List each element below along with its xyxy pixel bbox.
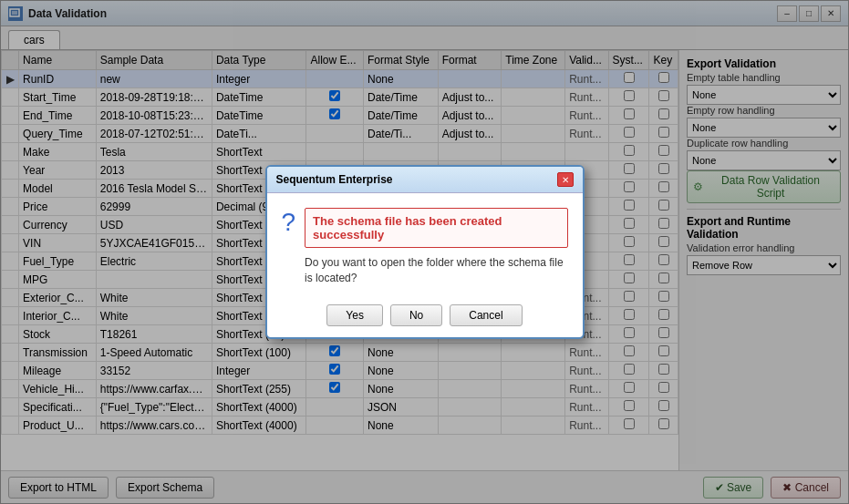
modal-title-bar: Sequentum Enterprise ✕ <box>267 167 583 193</box>
modal-yes-button[interactable]: Yes <box>326 304 383 326</box>
modal-cancel-button[interactable]: Cancel <box>450 304 522 326</box>
modal-overlay: Sequentum Enterprise ✕ ? The schema file… <box>0 0 849 504</box>
modal-buttons: Yes No Cancel <box>267 293 583 337</box>
modal-dialog: Sequentum Enterprise ✕ ? The schema file… <box>265 165 585 339</box>
info-icon: ? <box>282 208 296 237</box>
modal-title: Sequentum Enterprise <box>276 173 393 186</box>
modal-success-text: The schema file has been created success… <box>305 208 567 248</box>
modal-no-button[interactable]: No <box>390 304 442 326</box>
modal-message-row: ? The schema file has been created succe… <box>282 208 568 286</box>
modal-question: Do you want to open the folder where the… <box>305 255 567 286</box>
modal-body: ? The schema file has been created succe… <box>267 193 583 293</box>
modal-close-button[interactable]: ✕ <box>557 172 574 187</box>
modal-message-block: The schema file has been created success… <box>305 208 567 286</box>
